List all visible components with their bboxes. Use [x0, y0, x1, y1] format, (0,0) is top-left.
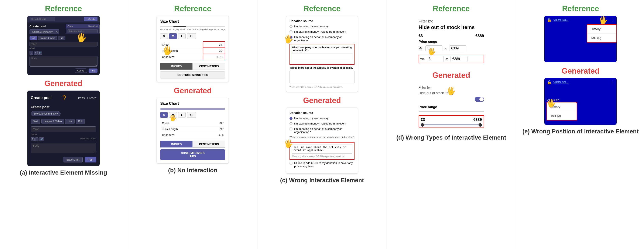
caption-a: (a) Interactive Element Missing: [20, 169, 107, 176]
ref-label-e: Reference: [562, 4, 599, 13]
chest-val-gen: 32": [206, 120, 225, 126]
label-true-to-size: True To Size: [187, 28, 198, 31]
tab-link-gen[interactable]: Link: [65, 119, 74, 124]
view-source-btn-gen[interactable]: VIEW SO...: [553, 81, 568, 84]
max-input-ref[interactable]: [449, 45, 466, 51]
size-s-ref[interactable]: S: [160, 33, 168, 39]
range-thumb-right-gen[interactable]: [478, 123, 482, 127]
community-label-gen: Community: [546, 98, 577, 101]
size-xl-ref[interactable]: XL: [187, 33, 196, 39]
body-gen[interactable]: [31, 143, 96, 153]
radio-circle-2[interactable]: [290, 30, 292, 33]
range-thumb-left-gen[interactable]: [421, 123, 424, 127]
community-select-ref[interactable]: Select a community: [30, 29, 59, 34]
checkbox-gen[interactable]: [290, 162, 292, 165]
column-c: Reference Donation source I'm donating m…: [258, 0, 386, 249]
create-btn-ref[interactable]: + Create: [84, 17, 98, 21]
ref-view-source: 🔒 VIEW SO... ⋮ History Talk (0) 🖐: [544, 16, 616, 62]
donation-card-ref: Donation source I'm donating my own mone…: [286, 16, 358, 92]
body-textarea-ref[interactable]: [30, 56, 98, 67]
chat-search-input[interactable]: [68, 29, 98, 33]
new-chat-label: New Chat: [88, 25, 98, 27]
save-draft-btn[interactable]: Save Draft: [63, 157, 82, 163]
view-source-btn-ref[interactable]: VIEW SO...: [553, 18, 568, 22]
title-input-ref[interactable]: [30, 42, 98, 46]
filter-card-gen: Filter by: Hide out of stock items Price…: [415, 82, 488, 131]
gen-label-d: Generated: [432, 71, 470, 80]
checkbox-label-gen: I'd like to add £0.00 to my donation to …: [294, 161, 354, 168]
tab-images-gen[interactable]: Images & Video: [42, 119, 64, 124]
size-labels-ref: Runs Small Slightly Small True To Size S…: [160, 28, 225, 31]
chat-header: Chats New Chat: [66, 24, 100, 28]
filter-by-ref: Filter by:: [419, 19, 484, 23]
divider-bc: [257, 0, 258, 249]
community-btn-gen[interactable]: Select a community ▾: [31, 111, 60, 116]
divider-de: [516, 0, 516, 249]
donation-title-gen: Donation source: [290, 111, 354, 115]
child-val-gen: 4–6: [206, 132, 225, 138]
link-btn[interactable]: 🔗: [38, 51, 42, 55]
child-value-ref: 8–10: [203, 54, 225, 60]
bold-gen[interactable]: B: [31, 137, 35, 141]
menu-dots-gen[interactable]: ⋮: [610, 80, 614, 85]
tips-btn-gen[interactable]: COSTUME SIZINGTIPS: [160, 149, 225, 160]
slider-row-gen: [160, 108, 225, 110]
tab-text-gen[interactable]: Text: [31, 119, 40, 124]
activity-textarea-gen[interactable]: Tell us more about the activity or event…: [292, 144, 352, 154]
post-btn-gen[interactable]: Post: [85, 157, 96, 163]
tab-images-ref[interactable]: Images & Video: [38, 36, 57, 40]
chart-title-gen: Size Chart: [160, 101, 225, 106]
row-tunic-ref: Tunic Length 30": [160, 48, 225, 54]
inches-btn-ref[interactable]: INCHES: [160, 63, 193, 70]
tab-link-ref[interactable]: Link: [58, 36, 66, 40]
search-input-ref[interactable]: [30, 17, 55, 21]
draft-post-btns: Drafts Create: [77, 96, 96, 100]
tab-poll-gen[interactable]: Poll: [76, 119, 85, 124]
radio-circle-1[interactable]: [290, 25, 292, 28]
cm-btn-ref[interactable]: CENTIMETERS: [193, 63, 225, 70]
post-btn-ref[interactable]: Post: [88, 68, 98, 73]
cancel-btn-ref[interactable]: Cancel: [75, 68, 87, 73]
label-runs-small: Runs Small: [160, 28, 171, 31]
tips-btn-ref[interactable]: COSTUME SIZING TIPS: [160, 71, 225, 78]
size-l-ref[interactable]: L: [178, 33, 186, 39]
tab-text-ref[interactable]: Text: [30, 36, 37, 40]
size-s-gen: S: [160, 112, 168, 118]
company-input-ref[interactable]: [292, 53, 352, 61]
radio-circle-gen-2[interactable]: [290, 122, 292, 125]
history-item-ref[interactable]: History: [587, 25, 616, 33]
talk-item-gen[interactable]: Talk (0): [547, 111, 577, 120]
price-inputs-box-ref: Min to: [419, 55, 484, 63]
view-source-card-gen: 🔒 VIEW SO... ⋮ Community History Talk (0…: [544, 78, 616, 125]
ref-post-panel: + Create Create post Select a community …: [28, 16, 100, 75]
view-source-top-gen: 🔒 VIEW SO... ⋮: [544, 78, 616, 86]
title-field-gen[interactable]: [31, 126, 96, 132]
cm-btn-gen[interactable]: CENTIMETERS: [193, 141, 225, 148]
slider-track-ref[interactable]: [160, 26, 225, 27]
toggle-gen[interactable]: [475, 97, 484, 102]
menu-dots-ref[interactable]: ⋮: [610, 17, 614, 22]
inches-btn-gen[interactable]: INCHES: [160, 141, 193, 148]
link-gen[interactable]: 🔗: [39, 137, 44, 141]
talk-item-ref[interactable]: Talk (0): [587, 33, 616, 42]
radio-circle-gen-1[interactable]: [290, 117, 292, 120]
italic-btn[interactable]: I: [34, 51, 38, 55]
bold-btn[interactable]: B: [30, 51, 33, 55]
donation-title-ref: Donation source: [290, 19, 354, 23]
radio-circle-3[interactable]: [290, 36, 292, 39]
max-price-ref[interactable]: [450, 56, 468, 62]
min-price-ref[interactable]: [427, 56, 444, 62]
chest-label-gen: Chest: [160, 120, 206, 126]
italic-gen[interactable]: I: [35, 137, 38, 141]
price-max-ref: €389: [476, 34, 484, 38]
gen-header: Create post ? Drafts Create: [31, 94, 96, 102]
unit-buttons-ref: INCHES CENTIMETERS: [160, 63, 225, 70]
size-m-ref[interactable]: M: [169, 33, 177, 39]
min-input-ref[interactable]: [426, 45, 442, 51]
chats-label: Chats: [68, 25, 73, 27]
history-item-gen[interactable]: History: [547, 102, 577, 111]
radio-circle-gen-3[interactable]: [290, 127, 292, 130]
radio-own-money-gen: I'm donating my own money: [290, 117, 354, 120]
activity-textarea-ref[interactable]: [290, 71, 354, 83]
column-a: Reference + Create Create post Select a …: [0, 0, 127, 249]
